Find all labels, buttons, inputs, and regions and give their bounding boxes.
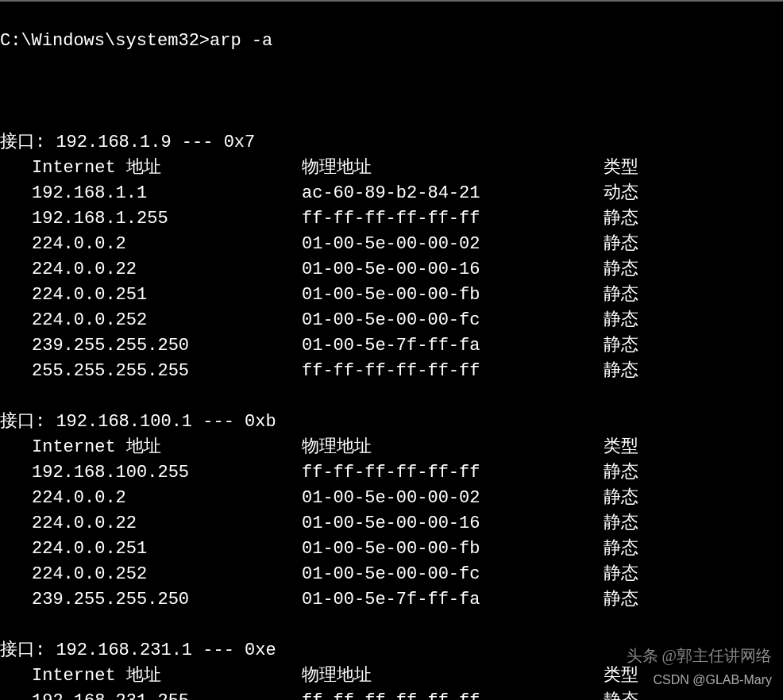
- arp-row: 224.0.0.25201-00-5e-00-00-fc静态: [0, 308, 783, 333]
- arp-row: 224.0.0.2201-00-5e-00-00-16静态: [0, 257, 783, 283]
- arp-ip: 239.255.255.250: [32, 333, 302, 359]
- watermark-csdn: CSDN @GLAB-Mary: [653, 673, 772, 687]
- arp-ip: 192.168.1.1: [32, 181, 302, 206]
- arp-type: 静态: [604, 562, 638, 587]
- arp-ip: 224.0.0.251: [32, 283, 302, 308]
- arp-type: 静态: [604, 333, 638, 359]
- arp-type: 静态: [604, 283, 638, 308]
- arp-mac: 01-00-5e-00-00-fb: [302, 283, 604, 308]
- arp-type: 静态: [604, 511, 638, 537]
- prompt: C:\Windows\system32>: [0, 31, 210, 51]
- col-header-type: 类型: [604, 663, 638, 689]
- col-header-mac: 物理地址: [302, 435, 604, 460]
- arp-row: 192.168.100.255ff-ff-ff-ff-ff-ff静态: [0, 460, 783, 486]
- arp-row: 239.255.255.25001-00-5e-7f-ff-fa静态: [0, 333, 783, 359]
- arp-ip: 224.0.0.22: [32, 511, 302, 537]
- arp-mac: 01-00-5e-7f-ff-fa: [302, 587, 604, 613]
- arp-type: 静态: [604, 257, 638, 283]
- arp-mac: 01-00-5e-00-00-fc: [302, 308, 604, 333]
- blank-line: [0, 613, 783, 638]
- arp-ip: 255.255.255.255: [32, 359, 302, 384]
- arp-ip: 192.168.231.255: [32, 689, 302, 700]
- arp-type: 动态: [604, 181, 638, 206]
- arp-ip: 239.255.255.250: [32, 587, 302, 613]
- watermark-toutiao: 头条 @郭主任讲网络: [627, 645, 772, 667]
- arp-row: 224.0.0.201-00-5e-00-00-02静态: [0, 486, 783, 511]
- arp-mac: 01-00-5e-00-00-fb: [302, 537, 604, 562]
- arp-ip: 224.0.0.2: [32, 232, 302, 257]
- arp-type: 静态: [604, 537, 638, 562]
- arp-row: 224.0.0.201-00-5e-00-00-02静态: [0, 232, 783, 257]
- arp-row: 224.0.0.2201-00-5e-00-00-16静态: [0, 511, 783, 537]
- arp-mac: ff-ff-ff-ff-ff-ff: [302, 689, 604, 700]
- col-header-ip: Internet 地址: [32, 156, 302, 181]
- arp-mac: 01-00-5e-00-00-16: [302, 257, 604, 283]
- window-top-border: [0, 0, 783, 2]
- arp-type: 静态: [604, 206, 638, 232]
- arp-type: 静态: [604, 460, 638, 486]
- command: arp -a: [210, 31, 272, 51]
- arp-ip: 224.0.0.252: [32, 308, 302, 333]
- arp-mac: 01-00-5e-00-00-16: [302, 511, 604, 537]
- arp-mac: 01-00-5e-7f-ff-fa: [302, 333, 604, 359]
- arp-ip: 224.0.0.22: [32, 257, 302, 283]
- arp-mac: 01-00-5e-00-00-02: [302, 232, 604, 257]
- blank-line: [0, 79, 783, 105]
- arp-row: 224.0.0.25201-00-5e-00-00-fc静态: [0, 562, 783, 587]
- interface-header: 接口: 192.168.100.1 --- 0xb: [0, 410, 783, 435]
- arp-mac: 01-00-5e-00-00-fc: [302, 562, 604, 587]
- arp-ip: 224.0.0.2: [32, 486, 302, 511]
- col-header-ip: Internet 地址: [32, 435, 302, 460]
- col-header-mac: 物理地址: [302, 156, 604, 181]
- arp-row: 192.168.1.1ac-60-89-b2-84-21动态: [0, 181, 783, 206]
- arp-ip: 224.0.0.252: [32, 562, 302, 587]
- arp-row: 192.168.1.255ff-ff-ff-ff-ff-ff静态: [0, 206, 783, 232]
- interface-header: 接口: 192.168.1.9 --- 0x7: [0, 130, 783, 156]
- arp-ip: 192.168.1.255: [32, 206, 302, 232]
- col-header-type: 类型: [604, 156, 638, 181]
- arp-type: 静态: [604, 308, 638, 333]
- arp-type: 静态: [604, 486, 638, 511]
- blank-line: [0, 384, 783, 410]
- col-header-mac: 物理地址: [302, 663, 604, 689]
- arp-type: 静态: [604, 359, 638, 384]
- arp-mac: 01-00-5e-00-00-02: [302, 486, 604, 511]
- arp-row: 239.255.255.25001-00-5e-7f-ff-fa静态: [0, 587, 783, 613]
- col-header-type: 类型: [604, 435, 638, 460]
- arp-row: 224.0.0.25101-00-5e-00-00-fb静态: [0, 283, 783, 308]
- arp-row: 255.255.255.255ff-ff-ff-ff-ff-ff静态: [0, 359, 783, 384]
- arp-mac: ff-ff-ff-ff-ff-ff: [302, 359, 604, 384]
- column-header: Internet 地址物理地址类型: [0, 156, 783, 181]
- terminal-output[interactable]: C:\Windows\system32>arp -a 接口: 192.168.1…: [0, 0, 783, 700]
- arp-row: 192.168.231.255ff-ff-ff-ff-ff-ff静态: [0, 689, 783, 700]
- arp-ip: 224.0.0.251: [32, 537, 302, 562]
- arp-mac: ff-ff-ff-ff-ff-ff: [302, 460, 604, 486]
- col-header-ip: Internet 地址: [32, 663, 302, 689]
- prompt-line: C:\Windows\system32>arp -a: [0, 29, 783, 54]
- arp-mac: ff-ff-ff-ff-ff-ff: [302, 206, 604, 232]
- arp-type: 静态: [604, 587, 638, 613]
- column-header: Internet 地址物理地址类型: [0, 435, 783, 460]
- arp-ip: 192.168.100.255: [32, 460, 302, 486]
- arp-type: 静态: [604, 232, 638, 257]
- arp-row: 224.0.0.25101-00-5e-00-00-fb静态: [0, 537, 783, 562]
- arp-type: 静态: [604, 689, 638, 700]
- arp-mac: ac-60-89-b2-84-21: [302, 181, 604, 206]
